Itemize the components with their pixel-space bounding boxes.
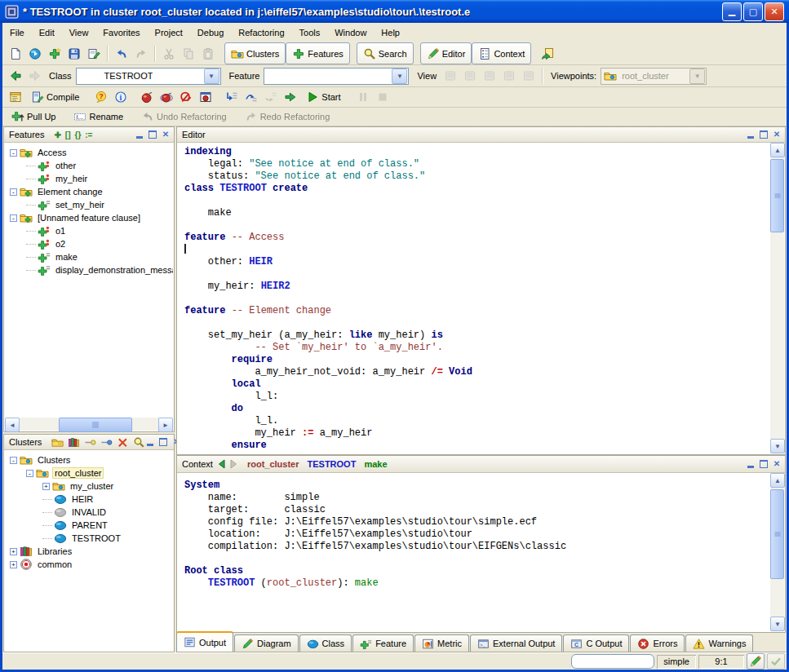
panel-maximize-icon[interactable] (148, 130, 157, 139)
libraries-icon[interactable] (68, 436, 80, 449)
breadcrumb-item-testroot[interactable]: TESTROOT (308, 459, 357, 469)
feature-combobox[interactable]: ▼ (264, 68, 409, 85)
breadcrumb-item-root-cluster[interactable]: root_cluster (247, 459, 299, 469)
tab-output[interactable]: Output (176, 631, 233, 652)
tree-item-access[interactable]: -Access (5, 146, 173, 159)
project-settings-button[interactable] (6, 86, 25, 108)
status-search-input[interactable] (571, 654, 654, 669)
tab-warnings[interactable]: Warnings (685, 634, 753, 652)
tab-feature[interactable]: Feature (352, 634, 414, 652)
melt-button[interactable]: ? (91, 86, 111, 108)
step-into-button[interactable] (222, 86, 242, 108)
tree-item-clusters[interactable]: -Clusters (5, 453, 173, 466)
expand-toggle[interactable]: - (10, 457, 17, 464)
features-toggle[interactable]: Features (286, 42, 349, 64)
breadcrumb-item-make[interactable]: make (364, 459, 387, 469)
expand-toggle[interactable]: - (10, 214, 17, 222)
tab-metric[interactable]: Metric (414, 634, 469, 652)
start-button[interactable]: Start (300, 86, 346, 108)
editor-code-area[interactable]: indexing legal: "See notice at end of cl… (178, 143, 770, 453)
tree-item-make[interactable]: make (5, 250, 173, 263)
expand-toggle[interactable]: + (42, 483, 50, 490)
history-forward-button[interactable] (228, 458, 239, 470)
menu-item-project[interactable]: Project (148, 25, 190, 40)
new-cluster-icon[interactable] (51, 436, 64, 449)
view-flat-interface-button[interactable] (519, 65, 539, 86)
scroll-left-icon[interactable]: ◄ (5, 418, 20, 432)
editor-vscrollbar[interactable]: ▲ ▼ (770, 143, 784, 453)
expand-toggle[interactable]: + (10, 548, 17, 555)
save-button[interactable] (64, 43, 84, 64)
key-minus-icon[interactable] (84, 436, 96, 449)
chevron-down-icon[interactable]: ▼ (204, 69, 219, 84)
panel-maximize-icon[interactable] (158, 438, 168, 447)
panel-minimize-icon[interactable] (135, 130, 144, 139)
tree-item-o1[interactable]: o1 (5, 224, 173, 237)
scroll-down-icon[interactable]: ▼ (770, 617, 785, 631)
features-hscrollbar[interactable]: ◄ ► (5, 418, 173, 431)
check-status-button[interactable] (767, 653, 785, 670)
menu-item-view[interactable]: View (62, 25, 96, 40)
expand-toggle[interactable]: - (26, 470, 33, 477)
expand-toggle[interactable]: - (10, 188, 17, 196)
menu-item-refactoring[interactable]: Refactoring (231, 25, 291, 40)
tree-item-parent[interactable]: PARENT (5, 519, 173, 532)
tab-diagram[interactable]: Diagram (234, 634, 299, 652)
find-icon[interactable] (133, 436, 145, 449)
tree-item-my-heir[interactable]: my_heir (5, 172, 173, 185)
view-interface-button[interactable] (499, 65, 519, 86)
compile-button[interactable]: Compile (25, 86, 85, 108)
menu-item-debug[interactable]: Debug (190, 25, 231, 40)
panel-close-icon[interactable]: ✕ (772, 460, 782, 469)
tab-errors[interactable]: Errors (630, 634, 685, 652)
scroll-right-icon[interactable]: ► (158, 418, 173, 432)
step-out-button[interactable] (261, 86, 281, 108)
menu-item-tools[interactable]: Tools (292, 25, 328, 40)
history-back-button[interactable] (216, 458, 228, 470)
tree-item-other[interactable]: other (5, 159, 173, 172)
run-ignore-breakpoints-button[interactable] (281, 86, 300, 108)
undo-refactoring-button[interactable]: Undo Refactoring (135, 106, 233, 127)
panel-minimize-icon[interactable] (746, 460, 756, 469)
save-as-button[interactable] (84, 43, 104, 64)
context-toggle[interactable]: Context (472, 42, 531, 64)
external-editor-button[interactable] (538, 43, 557, 64)
open-button[interactable] (25, 43, 45, 64)
panel-minimize-icon[interactable] (746, 130, 756, 139)
add-class-button[interactable] (45, 43, 64, 64)
tree-item-common[interactable]: +common (5, 558, 173, 571)
view-flat-button[interactable] (480, 65, 499, 86)
undo-button[interactable] (112, 43, 131, 64)
menu-item-help[interactable]: Help (374, 25, 407, 40)
pull-up-button[interactable]: Pull Up (6, 106, 61, 127)
debug-dialog-button[interactable] (196, 86, 215, 108)
tab-class[interactable]: Class (299, 634, 352, 652)
tree-item-root-cluster[interactable]: -root_cluster (5, 466, 173, 480)
pause-button[interactable] (353, 86, 373, 108)
stop-button[interactable] (373, 86, 392, 108)
discard-assertions-button[interactable] (176, 86, 196, 108)
close-button[interactable]: ✕ (765, 2, 784, 21)
panel-close-icon[interactable]: ✕ (161, 130, 171, 139)
panel-maximize-icon[interactable] (759, 130, 769, 139)
tree-item-libraries[interactable]: +Libraries (5, 545, 173, 558)
redo-button[interactable] (131, 43, 151, 64)
context-vscrollbar[interactable]: ▲ ▼ (770, 473, 784, 631)
tree-item-display-demonstration-messa[interactable]: display_demonstration_messa (5, 263, 173, 276)
editor-toggle[interactable]: Editor (420, 42, 472, 64)
menu-item-edit[interactable]: Edit (32, 25, 62, 40)
assigner-icon[interactable]: := (85, 130, 92, 139)
tree-item-invalid[interactable]: INVALID (5, 506, 173, 519)
chevron-down-icon[interactable]: ▼ (392, 69, 407, 84)
scroll-up-icon[interactable]: ▲ (770, 143, 785, 157)
rename-button[interactable]: I...Rename (68, 106, 129, 127)
scroll-up-icon[interactable]: ▲ (770, 473, 785, 488)
panel-close-icon[interactable]: ✕ (772, 130, 782, 139)
tree-item-heir[interactable]: HEIR (5, 493, 173, 506)
clusters-toggle[interactable]: Clusters (224, 42, 286, 64)
view-contract-button[interactable] (460, 65, 480, 86)
scroll-thumb[interactable] (770, 489, 784, 579)
forward-button[interactable] (25, 65, 45, 86)
tab-c-output[interactable]: CC Output (563, 634, 629, 652)
tree-item-testroot[interactable]: TESTROOT (5, 532, 173, 545)
